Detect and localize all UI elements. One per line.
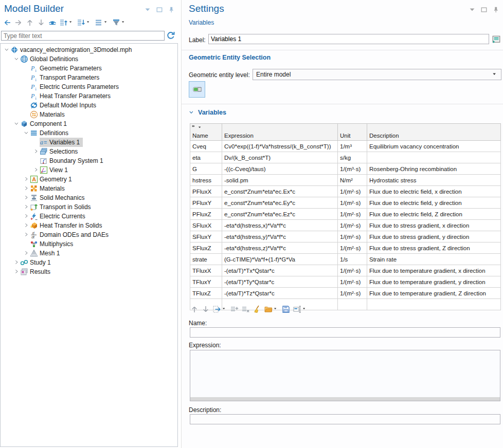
save-file-button[interactable] — [280, 304, 292, 314]
chevron-collapsed-icon[interactable] — [23, 204, 30, 211]
chevron-expanded-icon[interactable] — [4, 47, 10, 53]
cell-unit[interactable]: 1/(m²·s) — [338, 209, 367, 220]
active-selection-toggle-button[interactable] — [189, 81, 205, 98]
tree-item[interactable]: AGeometry 1 — [1, 175, 177, 184]
chevron-collapsed-icon[interactable] — [23, 250, 30, 257]
back-button[interactable] — [2, 17, 13, 28]
cell-name[interactable]: TFluxY — [190, 276, 222, 288]
cell-description[interactable]: Strain rate — [367, 254, 501, 265]
cell-unit[interactable]: 1/(m²·s) — [338, 276, 367, 288]
geometric-entity-level-select[interactable]: Entire model — [253, 69, 501, 80]
chevron-collapsed-icon[interactable] — [33, 148, 40, 155]
expand-all-button[interactable] — [58, 17, 76, 28]
cell-name[interactable]: SFluxZ — [190, 242, 222, 254]
cell-description[interactable]: Hydrostatic stress — [367, 175, 501, 186]
cell-description[interactable] — [367, 299, 501, 310]
horizontal-scrollbar[interactable] — [190, 397, 500, 401]
cell-expression[interactable]: e_const*Znum*eta*ec.Ey*c — [222, 197, 338, 209]
cell-expression[interactable]: -solid.pm — [222, 175, 338, 186]
chevron-collapsed-icon[interactable] — [13, 259, 20, 266]
cell-unit[interactable]: 1/(m²·s) — [338, 220, 367, 231]
grouping-button[interactable] — [93, 17, 111, 28]
column-header-expression[interactable]: Expression — [222, 124, 338, 141]
cell-name[interactable]: PFluxX — [190, 186, 222, 197]
tree-item[interactable]: Multiphysics — [1, 239, 177, 249]
chevron-collapsed-icon[interactable] — [23, 232, 30, 238]
cell-unit[interactable]: 1/(m²·s) — [338, 186, 367, 197]
chevron-down-icon[interactable] — [104, 20, 109, 26]
cell-unit[interactable]: 1/(m²·s) — [338, 288, 367, 299]
chevron-collapsed-icon[interactable] — [23, 213, 30, 220]
tree-item[interactable]: PiElectric Currents Parameters — [1, 82, 177, 91]
cell-expression[interactable]: Dv/(k_B_const*T) — [222, 152, 338, 163]
tree-item[interactable]: PiGeometric Parameters — [1, 64, 177, 73]
pin-icon[interactable] — [492, 6, 499, 13]
tree-item[interactable]: ddtDomain ODEs and DAEs — [1, 230, 177, 239]
chevron-down-icon[interactable] — [121, 20, 127, 26]
add-row-button[interactable] — [229, 304, 240, 314]
cell-expression[interactable]: e_const*Znum*eta*ec.Ex*c — [222, 186, 338, 197]
cell-description[interactable]: Flux due to electric field, y direction — [367, 197, 501, 209]
column-header-unit[interactable]: Unit — [338, 124, 367, 141]
cell-description[interactable]: Flux due to electric field, x direction — [367, 186, 501, 197]
cell-name[interactable]: PFluxY — [190, 197, 222, 209]
cell-expression[interactable]: -(eta/T)*Tx*Qstar*c — [222, 265, 338, 276]
edit-field-button[interactable] — [292, 304, 309, 314]
cell-unit[interactable]: 1/(m²·s) — [338, 197, 367, 209]
cell-unit[interactable]: 1/(m³·s) — [338, 163, 367, 175]
cell-name[interactable]: TFluxZ — [190, 288, 222, 299]
cell-unit[interactable]: s/kg — [338, 152, 367, 163]
cell-description[interactable]: Flux due to stress gradient, Z direction — [367, 242, 501, 254]
tree-item[interactable]: Electric Currents — [1, 212, 177, 221]
tree-item[interactable]: Solid Mechanics — [1, 193, 177, 202]
rename-button[interactable] — [491, 33, 501, 44]
tree-item[interactable]: Selections — [1, 147, 177, 156]
cell-description[interactable]: Flux due to temperature gradient, x dire… — [367, 265, 501, 276]
chevron-collapsed-icon[interactable] — [23, 222, 30, 229]
cell-expression[interactable]: -(eta/T)*Ty*Qstar*c — [222, 276, 338, 288]
filter-input[interactable] — [1, 31, 165, 41]
cell-name[interactable]: eta — [190, 152, 222, 163]
panel-menu-icon[interactable] — [469, 6, 476, 13]
refresh-button[interactable] — [166, 30, 176, 41]
chevron-collapsed-icon[interactable] — [33, 167, 40, 174]
chevron-down-icon[interactable] — [69, 20, 74, 26]
clear-table-button[interactable] — [252, 304, 263, 314]
cell-expression[interactable]: (G-cTIME)*Va*f+(1-f)*G*Va — [222, 254, 338, 265]
collapse-all-button[interactable] — [76, 17, 93, 28]
chevron-expanded-icon[interactable] — [23, 130, 30, 137]
tree-item[interactable]: Default Model Inputs — [1, 101, 177, 110]
chevron-collapsed-icon[interactable] — [23, 185, 30, 192]
cell-name[interactable]: TFluxX — [190, 265, 222, 276]
chevron-down-icon[interactable] — [302, 306, 308, 312]
cell-description[interactable]: Rosenberg-Ohring recombination — [367, 163, 501, 175]
forward-button[interactable] — [13, 17, 24, 28]
move-down-button[interactable] — [35, 17, 47, 28]
cell-unit[interactable]: 1/s — [338, 254, 367, 265]
tree-item[interactable]: Component 1 — [1, 119, 177, 128]
cell-description[interactable]: Flux due to electric field, Z direction — [367, 209, 501, 220]
cell-description[interactable]: Flux due to temperature gradient, Z dire… — [367, 288, 501, 299]
chevron-collapsed-icon[interactable] — [23, 195, 30, 201]
description-input[interactable] — [190, 414, 500, 424]
settings-subtitle-link[interactable]: Variables — [189, 19, 214, 26]
chevron-down-icon[interactable] — [86, 20, 92, 26]
tree-item[interactable]: Mesh 1 — [1, 249, 177, 258]
cell-name[interactable]: strate — [190, 254, 222, 265]
float-window-icon[interactable] — [480, 6, 488, 13]
cell-description[interactable]: Flux due to stress gradient, x direction — [367, 220, 501, 231]
tree-item[interactable]: Definitions — [1, 128, 177, 138]
filter-button[interactable] — [111, 17, 128, 28]
tree-item[interactable]: Study 1 — [1, 258, 177, 267]
float-window-icon[interactable] — [156, 6, 163, 13]
expression-textarea[interactable] — [190, 350, 500, 397]
move-to-button[interactable] — [211, 304, 229, 314]
column-header-name[interactable]: Name — [190, 124, 222, 141]
move-up-button[interactable] — [189, 304, 200, 314]
tree-item[interactable]: Heat Transfer in Solids — [1, 221, 177, 230]
cell-expression[interactable]: -((c-Cveq)/taus) — [222, 163, 338, 175]
cell-unit[interactable] — [338, 299, 367, 310]
chevron-collapsed-icon[interactable] — [23, 176, 30, 183]
cell-unit[interactable]: N/m² — [338, 175, 367, 186]
section-collapse-icon[interactable] — [189, 109, 195, 116]
